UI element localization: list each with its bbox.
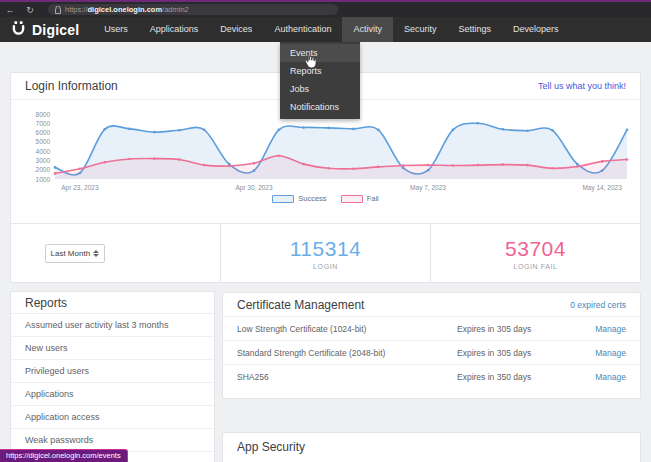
report-item-new-users[interactable]: New users [11, 337, 214, 360]
login-fail-label: LOGIN FAIL [513, 263, 557, 270]
svg-text:5000: 5000 [36, 138, 51, 145]
activity-dropdown-menu: Events Reports Jobs Notifications [280, 42, 360, 119]
certificate-management-header: Certificate Management 0 expired certs [223, 293, 640, 317]
login-chart-svg: 10002000300040005000600070008000Apr 23, … [15, 106, 640, 194]
svg-text:6000: 6000 [36, 129, 51, 136]
nav-item-developers[interactable]: Developers [502, 17, 570, 42]
legend-entry-fail: Fail [341, 194, 379, 203]
nav-item-settings[interactable]: Settings [447, 17, 502, 42]
menu-item-reports[interactable]: Reports [280, 62, 360, 80]
legend-label-fail: Fail [367, 194, 379, 203]
cert-row-sha256: SHA256 Expires in 350 days Manage [223, 365, 640, 389]
feedback-link[interactable]: Tell us what you think! [538, 81, 626, 91]
report-item-applications[interactable]: Applications [11, 383, 214, 406]
svg-text:Apr 23, 2023: Apr 23, 2023 [61, 184, 99, 192]
svg-text:May 14, 2023: May 14, 2023 [582, 184, 622, 192]
brand-name: Digicel [32, 22, 79, 38]
nav-item-authentication[interactable]: Authentication [263, 17, 342, 42]
login-chart: 10002000300040005000600070008000Apr 23, … [15, 106, 640, 194]
nav-items: Users Applications Devices Authenticatio… [93, 17, 569, 42]
menu-item-jobs[interactable]: Jobs [280, 80, 360, 98]
top-nav: Digicel Users Applications Devices Authe… [0, 17, 651, 42]
certificate-management-card: Certificate Management 0 expired certs L… [222, 292, 641, 399]
cert-expires: Expires in 350 days [457, 372, 595, 382]
report-item-application-access[interactable]: Application access [11, 406, 214, 429]
cert-name: Standard Strength Certificate (2048-bit) [237, 348, 457, 358]
menu-item-notifications[interactable]: Notifications [280, 98, 360, 116]
reports-header: Reports [11, 292, 214, 314]
url-bar[interactable]: https://digicel.onelogin.com/admin2 [48, 4, 338, 15]
period-select[interactable]: Last Month [45, 244, 105, 263]
login-count-label: LOGIN [313, 263, 338, 270]
brand[interactable]: Digicel [0, 19, 87, 40]
svg-text:3000: 3000 [36, 157, 51, 164]
app-security-header: App Security [223, 433, 640, 460]
login-fail-value: 53704 [505, 237, 566, 261]
refresh-icon[interactable]: ↻ [20, 5, 40, 15]
report-item-assumed-user-activity[interactable]: Assumed user activity last 3 months [11, 314, 214, 337]
success-swatch-icon [272, 195, 294, 203]
certificate-management-title: Certificate Management [237, 298, 364, 312]
cert-manage-link[interactable]: Manage [595, 348, 626, 358]
chart-legend: Success Fail [11, 194, 640, 203]
lock-icon [55, 6, 61, 14]
cert-manage-link[interactable]: Manage [595, 372, 626, 382]
period-select-value: Last Month [51, 249, 91, 258]
url-text: https://digicel.onelogin.com/admin2 [65, 5, 189, 14]
cert-manage-link[interactable]: Manage [595, 324, 626, 334]
login-count-column: 115314 LOGIN [220, 224, 430, 282]
app-security-card: App Security [222, 432, 641, 462]
browser-address-bar: ← ↻ https://digicel.onelogin.com/admin2 [0, 0, 651, 17]
nav-item-users[interactable]: Users [93, 17, 139, 42]
cert-row-low-strength: Low Strength Certificate (1024-bit) Expi… [223, 317, 640, 341]
digicel-logo-icon [10, 19, 27, 40]
menu-item-events[interactable]: Events [280, 44, 360, 62]
expired-certs-link[interactable]: 0 expired certs [570, 300, 626, 310]
svg-text:1000: 1000 [36, 176, 51, 183]
status-url-tooltip: https://digicel.onelogin.com/events [0, 449, 128, 462]
fail-swatch-icon [341, 195, 363, 203]
cert-expires: Expires in 305 days [457, 324, 595, 334]
login-fail-column: 53704 LOGIN FAIL [430, 224, 640, 282]
svg-text:2000: 2000 [36, 166, 51, 173]
svg-text:7000: 7000 [36, 120, 51, 127]
app-security-title: App Security [237, 440, 305, 454]
report-item-privileged-users[interactable]: Privileged users [11, 360, 214, 383]
nav-item-activity[interactable]: Activity [342, 17, 393, 42]
svg-text:8000: 8000 [36, 111, 51, 118]
legend-entry-success: Success [272, 194, 326, 203]
nav-item-devices[interactable]: Devices [209, 17, 263, 42]
nav-item-applications[interactable]: Applications [139, 17, 210, 42]
back-icon[interactable]: ← [0, 5, 20, 15]
reports-card: Reports Assumed user activity last 3 mon… [10, 291, 215, 462]
svg-text:Apr 30, 2023: Apr 30, 2023 [235, 184, 273, 192]
cert-row-standard-strength: Standard Strength Certificate (2048-bit)… [223, 341, 640, 365]
login-information-title: Login Information [25, 79, 118, 93]
cert-name: Low Strength Certificate (1024-bit) [237, 324, 457, 334]
svg-text:May 7, 2023: May 7, 2023 [410, 184, 446, 192]
nav-item-security[interactable]: Security [393, 17, 448, 42]
select-stepper-icon [93, 250, 99, 257]
svg-text:4000: 4000 [36, 148, 51, 155]
reports-title: Reports [25, 296, 67, 310]
login-stats-row: Last Month 115314 LOGIN 53704 LOGIN FAIL [11, 223, 640, 282]
cert-name: SHA256 [237, 372, 457, 382]
period-column: Last Month [11, 224, 220, 282]
cert-expires: Expires in 305 days [457, 348, 595, 358]
screen: ← ↻ https://digicel.onelogin.com/admin2 … [0, 0, 651, 462]
login-count-value: 115314 [290, 237, 362, 261]
legend-label-success: Success [298, 194, 326, 203]
